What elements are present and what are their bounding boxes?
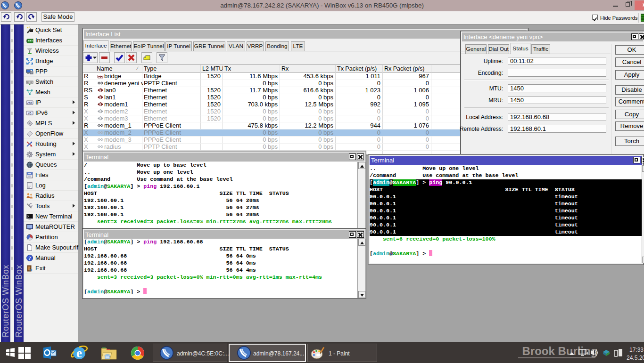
svg-text:e: e	[76, 346, 82, 360]
svg-text:255: 255	[27, 101, 33, 105]
svg-text:v6: v6	[28, 112, 32, 115]
svg-text:?: ?	[29, 256, 31, 261]
